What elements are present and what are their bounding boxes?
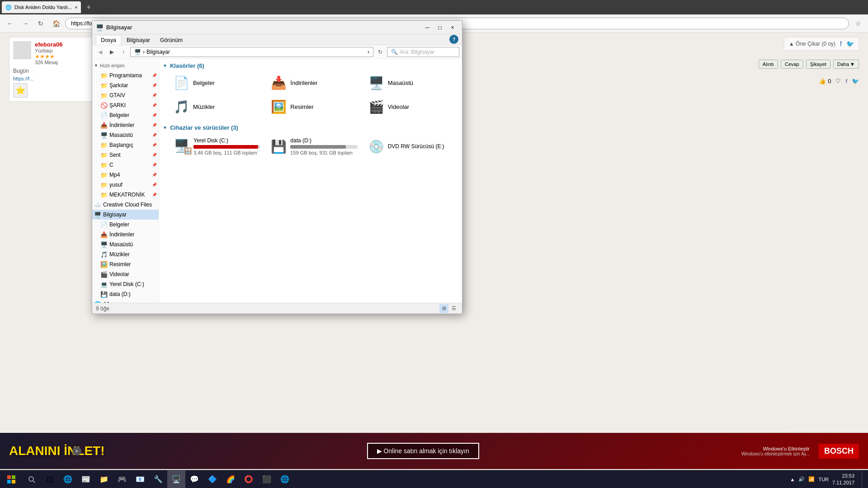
nav-mekatronik[interactable]: 📁 MEKATRONİK 📌	[92, 190, 159, 200]
nav-bilgisayar-muzikler[interactable]: 🎵 Müzikler	[92, 249, 159, 259]
tray-icon-1[interactable]: 🔊	[798, 476, 805, 482]
nav-programlama[interactable]: 📁 Programlama 📌	[92, 70, 159, 80]
show-desktop-button[interactable]	[862, 471, 863, 488]
tab-bilgisayar[interactable]: Bilgisayar	[122, 36, 155, 45]
minimize-button[interactable]: ─	[421, 23, 433, 32]
nav-quick-access-header[interactable]: ▼ Hızlı erişim	[92, 61, 159, 70]
taskbar-app-terminal[interactable]: ⬛	[258, 470, 276, 488]
tab-dosya[interactable]: Dosya	[96, 35, 121, 45]
heart-button[interactable]: ♡	[835, 78, 841, 84]
address-breadcrumb[interactable]: 🖥️ › Bilgisayar ›	[130, 47, 373, 57]
taskbar-app-3[interactable]: 🎮	[113, 470, 131, 488]
browser-refresh-button[interactable]: ↻	[34, 17, 47, 30]
nav-sent[interactable]: 📁 Sent 📌	[92, 150, 159, 160]
forward-button-nav[interactable]: ▶	[107, 47, 117, 57]
drive-e[interactable]: 💿 DVD RW Sürücüsü (E:)	[365, 135, 458, 158]
daha-button[interactable]: Daha ▼	[833, 60, 859, 69]
taskbar-search-button[interactable]	[23, 470, 41, 488]
taskbar-app-5[interactable]: 🔧	[149, 470, 167, 488]
tray-up-arrow[interactable]: ▲	[790, 477, 795, 482]
nav-ag[interactable]: 🌐 Ağ	[92, 299, 159, 303]
new-tab-button[interactable]: +	[83, 1, 94, 13]
taskbar-app-news[interactable]: 📰	[77, 470, 95, 488]
nav-bilgisayar[interactable]: 🖥️ Bilgisayar	[92, 210, 159, 220]
folders-collapse-button[interactable]: ▼	[163, 63, 167, 68]
nav-yusuf[interactable]: 📁 yusuf 📌	[92, 180, 159, 190]
folder-muzikler[interactable]: 🎵 Müzikler	[170, 97, 264, 117]
large-icons-view-button[interactable]: ⊞	[439, 304, 448, 313]
ad-play-button[interactable]: ▶ Online satın almak için tıklayın	[367, 443, 479, 459]
breadcrumb-current[interactable]: Bilgisayar	[146, 49, 170, 55]
tray-lang[interactable]: TUR	[818, 477, 829, 482]
taskbar-app-skype[interactable]: 💬	[185, 470, 203, 488]
vote-text[interactable]: ▲ Öne Çikar (0 oy)	[789, 41, 835, 47]
drive-c[interactable]: 🖥️ 🪟 Yerel Disk (C:) 3,46 GB boş, 111 GB…	[170, 135, 264, 158]
tray-icon-2[interactable]: 📶	[808, 476, 815, 482]
nav-c[interactable]: 📁 C 📌	[92, 160, 159, 170]
nav-sarki[interactable]: 🚫 ŞARKI 📌	[92, 100, 159, 110]
taskbar-app-explorer[interactable]: 🖥️	[167, 470, 185, 488]
browser-back-button[interactable]: ←	[4, 17, 16, 30]
taskbar-app-chrome[interactable]: 🌈	[222, 470, 240, 488]
nav-belgeler[interactable]: 📄 Belgeler 📌	[92, 110, 159, 120]
like-facebook-button[interactable]: f	[845, 78, 847, 84]
taskbar-app-4[interactable]: 📧	[131, 470, 149, 488]
post-username[interactable]: efebora06	[35, 41, 62, 48]
clock-time: 23:53	[832, 473, 854, 479]
drives-grid: 🖥️ 🪟 Yerel Disk (C:) 3,46 GB boş, 111 GB…	[163, 135, 458, 158]
ad-close-button[interactable]: ×	[72, 446, 81, 455]
folder-resimler[interactable]: 🖼️ Resimler	[267, 97, 361, 117]
folder-masaustu[interactable]: 🖥️ Masaüstü	[365, 73, 458, 93]
help-button[interactable]: ?	[449, 35, 458, 44]
nav-yerel-disk-c[interactable]: 💻 Yerel Disk (C:)	[92, 279, 159, 289]
thumbs-up-button[interactable]: 👍 0	[819, 78, 831, 84]
folder-belgeler[interactable]: 📄 Belgeler	[170, 73, 264, 93]
nav-baslangic[interactable]: 📁 Başlangıç 📌	[92, 140, 159, 150]
nav-data-d[interactable]: 💾 data (D:)	[92, 289, 159, 299]
sikayet-button[interactable]: Şikayet	[806, 60, 830, 69]
taskbar-app-browser-ie[interactable]: 🌐	[59, 470, 77, 488]
browser-star-button[interactable]: ☆	[852, 17, 864, 30]
taskbar-app-vs[interactable]: 🔷	[203, 470, 222, 488]
facebook-share-icon[interactable]: f	[840, 40, 842, 47]
nav-bilgisayar-resimler[interactable]: 🖼️ Resimler	[92, 259, 159, 269]
nav-mp4[interactable]: 📁 Mp4 📌	[92, 170, 159, 180]
nav-gtaiv[interactable]: 📁 GTAIV 📌	[92, 90, 159, 100]
back-button[interactable]: ◀	[95, 47, 105, 57]
cevap-button[interactable]: Cevap	[781, 60, 803, 69]
start-button[interactable]	[0, 470, 23, 488]
search-box[interactable]: 🔍 Ara: Bilgisayar	[387, 47, 459, 57]
drives-collapse-button[interactable]: ▼	[163, 125, 167, 130]
tab-goruntum[interactable]: Görünüm	[156, 36, 187, 45]
nav-bilgisayar-videolar[interactable]: 🎬 Videolar	[92, 269, 159, 279]
tab-close-button[interactable]: ×	[75, 5, 77, 10]
details-view-button[interactable]: ☰	[449, 304, 458, 313]
folder-videolar[interactable]: 🎬 Videolar	[365, 97, 458, 117]
browser-home-button[interactable]: 🏠	[50, 17, 62, 30]
browser-tab-bar: 🌐 Disk Aniden Doldu Yardı... × +	[0, 0, 868, 14]
taskbar-task-view[interactable]: ⊡	[41, 470, 59, 488]
drive-d[interactable]: 💾 data (D:) 159 GB boş, 931 GB toplam	[267, 135, 361, 158]
taskbar-app-opera[interactable]: ⭕	[240, 470, 258, 488]
folder-indirilenler[interactable]: 📥 İndirilenler	[267, 73, 361, 93]
nav-bilgisayar-masaustu[interactable]: 🖥️ Masaüstü	[92, 239, 159, 249]
nav-sarkilar[interactable]: 📁 Şarkılar 📌	[92, 80, 159, 90]
post-link[interactable]: https://f...	[13, 76, 104, 81]
nav-bilgisayar-belgeler[interactable]: 📄 Belgeler	[92, 220, 159, 230]
like-twitter-button[interactable]: 🐦	[852, 78, 859, 84]
close-button[interactable]: ×	[447, 23, 458, 32]
refresh-button[interactable]: ↻	[375, 47, 385, 57]
browser-forward-button[interactable]: →	[19, 17, 32, 30]
system-clock[interactable]: 23:53 7.11.2017	[832, 473, 858, 486]
taskbar-app-files[interactable]: 📁	[95, 470, 113, 488]
nav-creative-cloud-files[interactable]: ☁️ Creative Cloud Files	[92, 200, 159, 210]
twitter-share-icon[interactable]: 🐦	[846, 40, 854, 47]
alinti-button[interactable]: Alıntı	[759, 60, 778, 69]
taskbar-app-chrome2[interactable]: 🌐	[276, 470, 294, 488]
browser-tab-active[interactable]: 🌐 Disk Aniden Doldu Yardı... ×	[2, 1, 81, 13]
nav-indirilenler[interactable]: 📥 İndirilenler 📌	[92, 120, 159, 130]
maximize-button[interactable]: □	[434, 23, 446, 32]
nav-bilgisayar-indirilenler[interactable]: 📥 İndirilenler	[92, 230, 159, 239]
nav-masaustu[interactable]: 🖥️ Masaüstü 📌	[92, 130, 159, 140]
up-button[interactable]: ↑	[118, 47, 128, 57]
